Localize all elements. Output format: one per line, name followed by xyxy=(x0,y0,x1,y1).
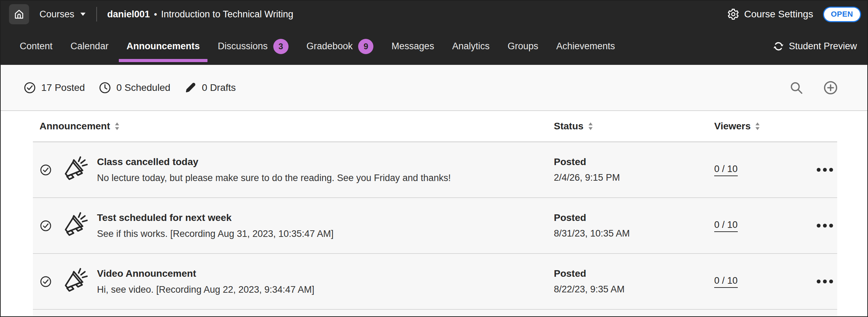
announcement-text: Test scheduled for next week See if this… xyxy=(97,212,334,239)
add-announcement-button[interactable] xyxy=(823,80,838,95)
course-id: daniel001 xyxy=(107,9,150,20)
posted-count-label: 17 Posted xyxy=(41,82,85,93)
tab-discussions[interactable]: Discussions 3 xyxy=(218,28,289,65)
tab-label: Discussions xyxy=(218,41,268,52)
home-icon xyxy=(14,9,25,20)
announcement-title[interactable]: Video Announcement xyxy=(97,268,314,279)
refresh-icon xyxy=(773,41,784,52)
scheduled-count-label: 0 Scheduled xyxy=(116,82,170,93)
announcement-row[interactable]: Video Announcement Hi, see video. [Recor… xyxy=(33,254,837,310)
announcement-title[interactable]: Class cancelled today xyxy=(97,156,451,168)
row-menu-button[interactable] xyxy=(814,221,836,230)
actions-cell xyxy=(814,221,837,230)
status-value: Posted xyxy=(554,268,714,279)
status-cell: Posted 2/4/26, 9:15 PM xyxy=(554,156,714,183)
add-circle-icon xyxy=(823,80,838,95)
announcement-title[interactable]: Test scheduled for next week xyxy=(97,212,334,223)
course-settings-button[interactable]: Course Settings xyxy=(727,8,813,20)
announcement-text: Class cancelled today No lecture today, … xyxy=(97,156,451,183)
header-label: Status xyxy=(554,121,584,132)
gradebook-count-badge: 9 xyxy=(358,39,373,54)
announcement-row[interactable]: Test scheduled for next week See if this… xyxy=(33,198,837,254)
megaphone-icon xyxy=(60,211,89,241)
breadcrumb-separator: • xyxy=(154,9,157,19)
announcement-body: Hi, see video. [Recording Aug 22, 2023, … xyxy=(97,284,314,295)
course-breadcrumb: daniel001 • Introduction to Technical Wr… xyxy=(107,9,293,20)
status-date: 2/4/26, 9:15 PM xyxy=(554,172,714,183)
viewers-link[interactable]: 0 / 10 xyxy=(714,164,738,176)
announcement-row-partial xyxy=(33,310,837,316)
announcement-row[interactable]: Class cancelled today No lecture today, … xyxy=(33,142,837,198)
tab-label: Announcements xyxy=(126,41,200,52)
open-status-badge[interactable]: OPEN xyxy=(823,7,861,22)
header-announcement[interactable]: Announcement xyxy=(33,121,554,132)
tab-label: Calendar xyxy=(71,41,109,52)
row-menu-button[interactable] xyxy=(814,165,836,174)
check-circle-icon xyxy=(24,82,36,94)
tab-label: Analytics xyxy=(452,41,489,52)
tab-gradebook[interactable]: Gradebook 9 xyxy=(307,28,374,65)
sort-icon[interactable] xyxy=(115,122,119,130)
topbar: Courses daniel001 • Introduction to Tech… xyxy=(1,1,867,28)
gear-icon xyxy=(727,8,739,20)
dark-header: Courses daniel001 • Introduction to Tech… xyxy=(1,1,867,65)
sort-icon[interactable] xyxy=(588,122,593,130)
viewers-cell: 0 / 10 xyxy=(714,164,814,176)
posted-check-icon xyxy=(39,164,52,176)
announcement-cell: Video Announcement Hi, see video. [Recor… xyxy=(33,267,554,297)
tab-label: Achievements xyxy=(556,41,615,52)
home-button[interactable] xyxy=(9,4,29,24)
tab-content[interactable]: Content xyxy=(20,28,53,65)
student-preview-label: Student Preview xyxy=(789,41,857,52)
tab-label: Content xyxy=(20,41,53,52)
sort-icon[interactable] xyxy=(755,122,760,130)
drafts-count-label: 0 Drafts xyxy=(202,82,236,93)
status-cell: Posted 8/22/23, 9:35 AM xyxy=(554,268,714,295)
announcement-body: See if this works. [Recording Aug 31, 20… xyxy=(97,229,334,239)
tab-analytics[interactable]: Analytics xyxy=(452,28,489,65)
search-icon xyxy=(789,80,804,95)
tab-label: Groups xyxy=(507,41,538,52)
drafts-count: 0 Drafts xyxy=(184,82,236,94)
scheduled-count: 0 Scheduled xyxy=(99,82,170,94)
tab-label: Messages xyxy=(391,41,434,52)
clock-icon xyxy=(99,82,111,94)
megaphone-icon xyxy=(60,155,89,185)
pencil-icon xyxy=(184,82,197,94)
chevron-down-icon xyxy=(80,12,86,16)
tab-messages[interactable]: Messages xyxy=(391,28,434,65)
viewers-link[interactable]: 0 / 10 xyxy=(714,220,738,232)
viewers-link[interactable]: 0 / 10 xyxy=(714,275,738,288)
discussions-count-badge: 3 xyxy=(273,39,289,54)
announcements-content: Announcement Status Viewers xyxy=(1,111,867,316)
search-button[interactable] xyxy=(789,80,804,95)
status-value: Posted xyxy=(554,156,714,168)
megaphone-icon xyxy=(60,267,89,297)
lms-announcements-page: Courses daniel001 • Introduction to Tech… xyxy=(0,0,868,317)
announcement-cell: Test scheduled for next week See if this… xyxy=(33,211,554,241)
tab-announcements[interactable]: Announcements xyxy=(126,28,200,65)
topbar-divider xyxy=(96,7,97,22)
course-tabs: Content Calendar Announcements Discussio… xyxy=(1,28,867,65)
status-value: Posted xyxy=(554,212,714,223)
header-status[interactable]: Status xyxy=(554,121,714,132)
announcements-table: Announcement Status Viewers xyxy=(33,111,837,316)
viewers-cell: 0 / 10 xyxy=(714,220,814,232)
tab-groups[interactable]: Groups xyxy=(507,28,538,65)
status-date: 8/31/23, 10:35 AM xyxy=(554,228,714,239)
row-menu-button[interactable] xyxy=(814,277,836,286)
table-header-row: Announcement Status Viewers xyxy=(33,111,837,142)
posted-check-icon xyxy=(39,220,52,232)
header-label: Viewers xyxy=(714,121,751,132)
tab-calendar[interactable]: Calendar xyxy=(71,28,109,65)
courses-dropdown-label: Courses xyxy=(39,9,74,20)
posted-count: 17 Posted xyxy=(24,82,85,94)
student-preview-button[interactable]: Student Preview xyxy=(773,28,857,65)
actions-cell xyxy=(814,277,837,286)
tab-achievements[interactable]: Achievements xyxy=(556,28,615,65)
header-viewers[interactable]: Viewers xyxy=(714,121,814,132)
course-settings-label: Course Settings xyxy=(744,9,813,20)
announcement-body: No lecture today, but please make sure t… xyxy=(97,173,451,183)
courses-dropdown[interactable]: Courses xyxy=(39,9,86,20)
course-title: Introduction to Technical Writing xyxy=(161,9,293,20)
